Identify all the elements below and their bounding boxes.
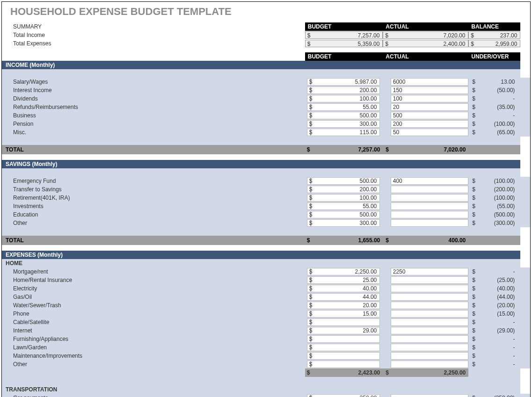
total-budget: 1,655.00 <box>311 236 383 245</box>
line-label: Refunds/Reimbursements <box>2 103 305 111</box>
line-item-row: Investments $ 55.00 $ (55.00) <box>2 202 530 210</box>
line-item-row: Lawn/Garden $ $ - <box>2 343 530 352</box>
line-item-row: Refunds/Reimbursements $ 55.00 20 $ (35.… <box>2 103 530 111</box>
line-label: Emergency Fund <box>2 177 305 185</box>
line-item-row: Salary/Wages $ 5,987.00 6000 $ 13.00 <box>2 78 530 86</box>
actual-cell[interactable] <box>391 394 469 397</box>
budget-cell[interactable]: 40.00 <box>311 285 380 292</box>
line-item-row: Gas/Oil $ 44.00 $ (44.00) <box>2 293 530 301</box>
underover-value: (250.00) <box>477 394 521 397</box>
actual-cell[interactable] <box>391 219 469 227</box>
actual-cell[interactable] <box>391 327 469 334</box>
line-item-row: Car payments $ 250.00 $ (250.00) <box>2 394 530 397</box>
line-item-row: Other $ 300.00 $ (300.00) <box>2 219 530 227</box>
underover-value: (15.00) <box>477 310 521 318</box>
budget-cell[interactable]: 44.00 <box>311 293 380 301</box>
line-label: Mortgage/rent <box>2 267 305 276</box>
actual-cell[interactable]: 2250 <box>391 268 469 275</box>
budget-cell[interactable]: 100.00 <box>311 194 380 202</box>
summary-row-1: Total Expenses $5,359.00 $2,400.00 $2,95… <box>2 39 530 48</box>
budget-cell[interactable]: 500.00 <box>311 211 380 218</box>
actual-cell[interactable]: 50 <box>391 129 469 136</box>
summary-balance-value: 2,959.00 <box>474 40 520 47</box>
expense-group-header: TRANSPORTATION <box>2 385 530 394</box>
actual-cell[interactable] <box>391 285 469 292</box>
line-item-row: Furnishing/Appliances $ $ - <box>2 335 530 343</box>
summary-actual-value: 2,400.00 <box>388 40 468 47</box>
budget-cell[interactable]: 55.00 <box>311 103 380 111</box>
budget-cell[interactable] <box>311 335 380 343</box>
line-label: Dividends <box>2 94 305 103</box>
actual-cell[interactable]: 200 <box>391 120 469 128</box>
budget-cell[interactable]: 250.00 <box>311 394 380 397</box>
summary-row-label: Total Expenses <box>2 39 305 48</box>
line-label: Furnishing/Appliances <box>2 335 305 343</box>
line-label: Maintenance/Improvements <box>2 352 305 360</box>
actual-cell[interactable] <box>391 318 469 326</box>
budget-cell[interactable]: 55.00 <box>311 202 380 210</box>
budget-cell[interactable]: 300.00 <box>311 120 380 128</box>
budget-cell[interactable] <box>311 344 380 351</box>
actual-cell[interactable]: 150 <box>391 87 469 94</box>
budget-cell[interactable]: 115.00 <box>311 129 380 136</box>
budget-cell[interactable]: 200.00 <box>311 186 380 193</box>
line-item-row: Other $ $ - <box>2 360 530 368</box>
actual-cell[interactable] <box>391 186 469 193</box>
line-item-row: Cable/Satellite $ $ - <box>2 318 530 326</box>
actual-cell[interactable] <box>391 276 469 284</box>
budget-sheet: HOUSEHOLD EXPENSE BUDGET TEMPLATE SUMMAR… <box>1 1 531 397</box>
line-item-row: Retirement(401K, IRA) $ 100.00 $ (100.00… <box>2 194 530 202</box>
actual-cell[interactable]: 6000 <box>391 78 469 86</box>
line-label: Investments <box>2 202 305 210</box>
summary-balance-value: 237.00 <box>474 32 520 38</box>
hdr-balance: BALANCE <box>468 22 520 31</box>
line-item-row: Mortgage/rent $ 2,250.00 2250 $ - <box>2 267 530 276</box>
underover-value: 13.00 <box>477 78 521 86</box>
actual-cell[interactable]: 20 <box>391 103 469 111</box>
actual-cell[interactable] <box>391 352 469 360</box>
actual-cell[interactable] <box>391 293 469 301</box>
budget-cell[interactable] <box>311 361 380 368</box>
budget-cell[interactable]: 29.00 <box>311 327 380 334</box>
budget-cell[interactable]: 2,250.00 <box>311 268 380 275</box>
budget-cell[interactable]: 15.00 <box>311 310 380 318</box>
underover-value: (200.00) <box>477 185 521 194</box>
budget-cell[interactable]: 100.00 <box>311 95 380 102</box>
actual-cell[interactable]: 500 <box>391 112 469 119</box>
budget-cell[interactable]: 5,987.00 <box>311 78 380 86</box>
underover-value: (50.00) <box>477 86 521 94</box>
actual-cell[interactable] <box>391 335 469 343</box>
line-item-row: Internet $ 29.00 $ (29.00) <box>2 326 530 335</box>
total-actual: 400.00 <box>391 236 469 245</box>
line-item-row: Business $ 500.00 500 $ - <box>2 111 530 120</box>
budget-cell[interactable]: 200.00 <box>311 87 380 94</box>
actual-cell[interactable] <box>391 361 469 368</box>
budget-cell[interactable]: 300.00 <box>311 219 380 227</box>
expense-subtotal-row: $ 2,423.00 $ 2,250.00 <box>2 368 530 377</box>
line-item-row: Electricity $ 40.00 $ (40.00) <box>2 284 530 293</box>
budget-cell[interactable]: 25.00 <box>311 276 380 284</box>
section-title-bar: SAVINGS (Monthly) <box>2 160 530 168</box>
actual-cell[interactable] <box>391 194 469 202</box>
budget-cell[interactable] <box>311 318 380 326</box>
actual-cell[interactable] <box>391 344 469 351</box>
actual-cell[interactable] <box>391 310 469 318</box>
actual-cell[interactable] <box>391 202 469 210</box>
underover-value: (44.00) <box>477 293 521 301</box>
summary-budget-value: 5,359.00 <box>310 40 382 47</box>
line-label: Transfer to Savings <box>2 185 305 194</box>
actual-cell[interactable]: 100 <box>391 95 469 102</box>
budget-cell[interactable]: 500.00 <box>311 177 380 185</box>
budget-cell[interactable] <box>311 352 380 360</box>
line-item-row: Transfer to Savings $ 200.00 $ (200.00) <box>2 185 530 194</box>
actual-cell[interactable]: 400 <box>391 177 469 185</box>
underover-value: - <box>477 360 521 368</box>
expenses-title-bar: EXPENSES (Monthly) <box>2 251 530 259</box>
budget-cell[interactable]: 20.00 <box>311 302 380 309</box>
actual-cell[interactable] <box>391 211 469 218</box>
underover-value: - <box>477 267 521 276</box>
budget-cell[interactable]: 500.00 <box>311 112 380 119</box>
underover-value: - <box>477 111 521 120</box>
line-item-row: Education $ 500.00 $ (500.00) <box>2 210 530 219</box>
actual-cell[interactable] <box>391 302 469 309</box>
